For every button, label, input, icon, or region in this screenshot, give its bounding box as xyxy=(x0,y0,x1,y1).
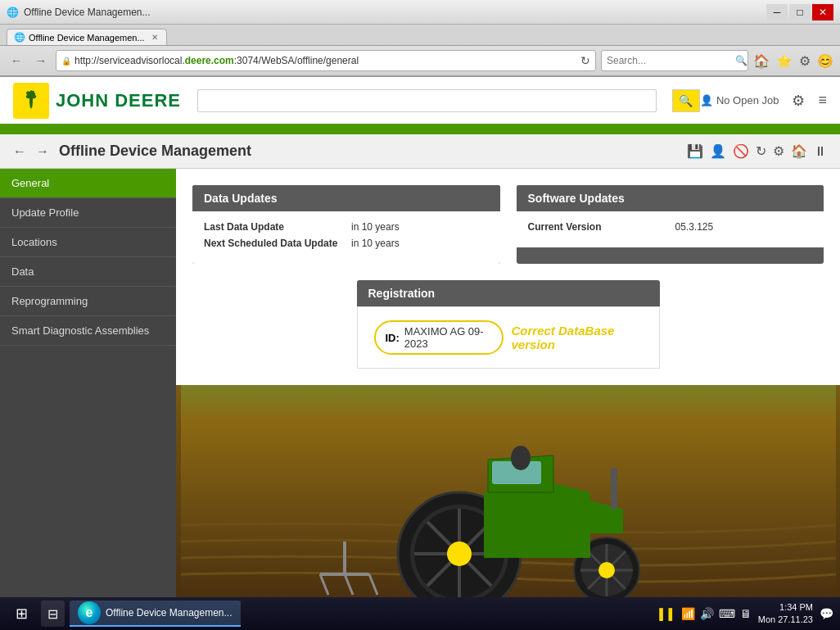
sidebar-locations-label: Locations xyxy=(11,236,57,248)
taskbar: ⊞ ⊟ e Offline Device Managemen... ▌ ▌ 📶 … xyxy=(0,597,840,630)
sidebar-data-label: Data xyxy=(11,265,34,278)
clock-time: 1:34 PM xyxy=(758,601,813,614)
sidebar-general-label: General xyxy=(11,177,49,189)
save-icon[interactable]: 💾 xyxy=(687,143,703,159)
titlebar: 🌐 Offline Device Managemen... ─ □ ✕ xyxy=(0,0,840,25)
page-title: Offline Device Management xyxy=(59,143,251,160)
content-area: Data Updates Last Data Update in 10 year… xyxy=(176,169,840,599)
sidebar-item-update-profile[interactable]: Update Profile xyxy=(0,198,176,228)
no-open-job-button[interactable]: 👤 No Open Job xyxy=(700,94,779,107)
registration-id-label: ID: xyxy=(386,332,400,344)
back-button[interactable]: ← xyxy=(7,51,26,70)
page-header: ← → Offline Device Management 💾 👤 🚫 ↻ ⚙ … xyxy=(0,134,840,169)
home-icon[interactable]: 🏠 xyxy=(753,53,770,69)
last-data-update-row: Last Data Update in 10 years xyxy=(204,221,489,233)
sidebar-item-data[interactable]: Data xyxy=(0,257,176,287)
tab-title: Offline Device Managemen... xyxy=(29,33,145,43)
titlebar-title: Offline Device Managemen... xyxy=(24,7,151,18)
sidebar-item-general[interactable]: General xyxy=(0,169,176,198)
data-updates-title: Data Updates xyxy=(204,192,277,205)
search-box[interactable]: 🔍 xyxy=(601,50,748,71)
browser-icons: 🏠 ⭐ ⚙ 😊 xyxy=(753,53,833,69)
data-updates-header: Data Updates xyxy=(192,185,500,211)
taskbar-right: ▌ ▌ 📶 🔊 ⌨ 🖥 1:34 PM Mon 27.11.23 💬 xyxy=(659,601,833,627)
titlebar-icon: 🌐 xyxy=(7,7,19,18)
clock-date: Mon 27.11.23 xyxy=(758,614,813,626)
minimize-button[interactable]: ─ xyxy=(766,4,788,20)
search-input[interactable] xyxy=(602,55,734,66)
address-refresh-icon[interactable]: ↻ xyxy=(580,54,590,67)
forward-button[interactable]: → xyxy=(31,51,51,70)
refresh-icon[interactable]: ↻ xyxy=(756,143,766,159)
header-search-input[interactable] xyxy=(197,89,657,112)
main-layout: General Update Profile Locations Data Re… xyxy=(0,169,840,599)
search-button[interactable]: 🔍 xyxy=(734,51,747,70)
browser-tab[interactable]: 🌐 Offline Device Managemen... ✕ xyxy=(7,29,167,45)
next-data-update-label: Next Scheduled Data Update xyxy=(204,238,351,249)
software-updates-body: Current Version 05.3.125 xyxy=(517,211,824,247)
sidebar: General Update Profile Locations Data Re… xyxy=(0,169,176,599)
data-updates-panel: Data Updates Last Data Update in 10 year… xyxy=(192,185,500,264)
close-button[interactable]: ✕ xyxy=(812,4,833,20)
current-version-value: 05.3.125 xyxy=(675,221,714,233)
header-menu-icon[interactable]: ≡ xyxy=(818,92,827,109)
page-forward-button[interactable]: → xyxy=(36,144,49,159)
user-icon[interactable]: 👤 xyxy=(710,143,726,159)
home-icon[interactable]: 🏠 xyxy=(791,143,807,159)
page-back-button[interactable]: ← xyxy=(13,144,26,159)
tab-bar: 🌐 Offline Device Managemen... ✕ xyxy=(0,25,840,46)
correct-database-annotation: Correct DataBase version xyxy=(512,324,643,351)
registration-id-value: MAXIMO AG 09-2023 xyxy=(404,325,492,350)
titlebar-controls: ─ □ ✕ xyxy=(766,4,833,20)
task-view-icon: ⊟ xyxy=(47,606,58,622)
sidebar-smart-diagnostic-label: Smart Diagnostic Assemblies xyxy=(11,324,149,337)
titlebar-left: 🌐 Offline Device Managemen... xyxy=(7,7,151,18)
address-bar-row: ← → 🔒 http://serviceadvisorlocal.deere.c… xyxy=(0,46,840,75)
header-search-button[interactable]: 🔍 xyxy=(672,89,700,112)
keyboard-icon: ⌨ xyxy=(719,607,735,620)
sidebar-item-reprogramming[interactable]: Reprogramming xyxy=(0,287,176,316)
header-right: 👤 No Open Job ⚙ ≡ xyxy=(700,92,827,110)
settings-icon[interactable]: ⚙ xyxy=(773,143,784,159)
svg-point-19 xyxy=(511,446,531,470)
sidebar-reprogramming-label: Reprogramming xyxy=(11,295,88,307)
deer-svg xyxy=(16,86,46,116)
task-view-button[interactable]: ⊟ xyxy=(41,601,65,627)
last-data-update-value: in 10 years xyxy=(351,221,400,233)
no-job-label: No Open Job xyxy=(716,94,779,107)
battery-icon-1: ▌ xyxy=(659,608,666,620)
pause-icon[interactable]: ⏸ xyxy=(814,143,827,159)
address-lock-icon: 🔒 xyxy=(61,57,71,66)
sidebar-item-smart-diagnostic[interactable]: Smart Diagnostic Assemblies xyxy=(0,316,176,346)
volume-icon: 🔊 xyxy=(700,607,714,620)
address-box[interactable]: 🔒 http://serviceadvisorlocal.deere.com:3… xyxy=(56,50,596,71)
page-header-right: 💾 👤 🚫 ↻ ⚙ 🏠 ⏸ xyxy=(687,143,827,159)
header-wrench-icon[interactable]: ⚙ xyxy=(792,92,805,110)
data-updates-body: Last Data Update in 10 years Next Schedu… xyxy=(192,211,500,264)
notification-icon[interactable]: 💬 xyxy=(820,607,833,620)
svg-point-16 xyxy=(598,562,615,578)
current-version-row: Current Version 05.3.125 xyxy=(528,221,813,233)
sidebar-item-locations[interactable]: Locations xyxy=(0,228,176,257)
jd-logo: JOHN DEERE xyxy=(13,83,181,119)
current-version-label: Current Version xyxy=(528,221,675,233)
jd-deer-logo xyxy=(13,83,49,119)
jd-brand-text: JOHN DEERE xyxy=(56,90,181,111)
maximize-button[interactable]: □ xyxy=(789,4,811,20)
registration-section: Registration ID: MAXIMO AG 09-2023 Corre… xyxy=(192,280,824,369)
address-text: http://serviceadvisorlocal.deere.com:307… xyxy=(75,55,577,66)
start-button[interactable]: ⊞ xyxy=(7,601,36,627)
ie-icon: e xyxy=(78,601,101,624)
page-header-left: ← → Offline Device Management xyxy=(13,143,251,160)
tab-close-icon[interactable]: ✕ xyxy=(151,33,158,42)
favorites-icon[interactable]: ⭐ xyxy=(776,53,793,69)
app-header: JOHN DEERE 🔍 👤 No Open Job ⚙ ≡ xyxy=(0,77,840,126)
taskbar-app-label: Offline Device Managemen... xyxy=(106,607,233,619)
settings-icon[interactable]: ⚙ xyxy=(799,53,811,69)
smiley-icon[interactable]: 😊 xyxy=(817,53,833,69)
cancel-icon[interactable]: 🚫 xyxy=(733,143,749,159)
taskbar-sys-icons: ▌ ▌ 📶 🔊 ⌨ 🖥 xyxy=(659,607,751,620)
taskbar-app-ie[interactable]: e Offline Device Managemen... xyxy=(70,601,241,627)
battery-icon-2: ▌ xyxy=(669,608,676,620)
last-data-update-label: Last Data Update xyxy=(204,221,351,233)
